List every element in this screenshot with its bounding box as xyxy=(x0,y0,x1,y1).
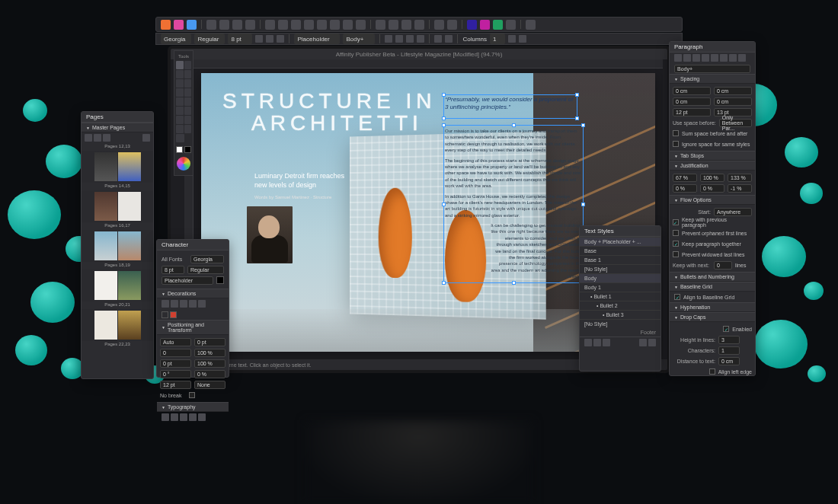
char-style-select[interactable]: Body+ xyxy=(343,33,375,44)
paragraph-panel-title[interactable]: Paragraph xyxy=(670,42,755,53)
style-delete-icon[interactable] xyxy=(639,339,647,346)
pen-tool[interactable] xyxy=(184,79,192,88)
para-justify-all-icon[interactable] xyxy=(729,54,737,62)
first-indent-input[interactable]: 0 cm xyxy=(673,97,711,106)
last-indent-input[interactable]: 0 cm xyxy=(714,97,752,106)
scale-h-input[interactable]: 100 % xyxy=(194,349,225,357)
arrange-front-icon[interactable] xyxy=(245,20,255,30)
snap-icon[interactable] xyxy=(434,20,444,30)
keep-prev-check[interactable] xyxy=(673,219,679,225)
scale-v-input[interactable]: 100 % xyxy=(194,359,225,368)
text-align-center-icon[interactable] xyxy=(395,35,403,43)
artistic-text-tool[interactable] xyxy=(184,70,192,78)
list-bullet-icon[interactable] xyxy=(434,35,442,43)
char-font-select[interactable]: Georgia xyxy=(190,255,224,263)
page-options-icon[interactable] xyxy=(142,134,150,142)
italic-icon[interactable] xyxy=(266,35,273,43)
fill-stroke-swatches[interactable] xyxy=(176,146,191,153)
char-color-swatch[interactable] xyxy=(216,276,224,284)
text-style-body[interactable]: Body xyxy=(580,273,660,282)
caps-icon[interactable] xyxy=(171,413,178,421)
place-image-tool[interactable] xyxy=(176,107,184,115)
sum-space-check[interactable] xyxy=(673,130,679,136)
rotate-ccw-icon[interactable] xyxy=(401,20,411,30)
justification-header[interactable]: Justification xyxy=(670,161,755,171)
character-panel-title[interactable]: Character xyxy=(157,240,229,250)
bullets-header[interactable]: Bullets and Numbering xyxy=(670,272,755,282)
subscript-btn[interactable] xyxy=(198,300,206,308)
just-lmax-input[interactable]: -1 % xyxy=(728,184,752,193)
color-wheel-icon[interactable] xyxy=(177,157,190,171)
ellipse-tool[interactable] xyxy=(184,88,192,97)
text-style-nostyle1[interactable]: [No Style] xyxy=(580,264,660,273)
vector-crop-tool[interactable] xyxy=(184,107,192,115)
tracking-input[interactable]: 0 xyxy=(160,349,191,357)
height-lines-input[interactable]: 3 xyxy=(718,336,740,344)
flow-header[interactable]: Flow Options xyxy=(670,195,755,205)
persona-photo-icon[interactable] xyxy=(187,20,197,30)
arrange-back-icon[interactable] xyxy=(206,20,216,30)
baseline-icon[interactable] xyxy=(493,20,503,30)
strikethrough-btn[interactable] xyxy=(180,300,187,308)
font-size-select[interactable]: 8 pt xyxy=(228,33,252,44)
dropcaps-enabled-check[interactable] xyxy=(723,326,729,332)
use-space-select[interactable]: Only Between Par... xyxy=(719,119,752,127)
decoration-red-swatch[interactable] xyxy=(170,311,177,318)
pages-panel-title[interactable]: Pages xyxy=(82,112,153,123)
persona-publisher-icon[interactable] xyxy=(161,20,171,30)
style-menu-icon[interactable] xyxy=(648,339,656,346)
page-thumb-0[interactable] xyxy=(82,151,153,183)
decorations-header[interactable]: Decorations xyxy=(157,289,229,298)
just-opt-input[interactable]: 100 % xyxy=(700,174,724,182)
super-icon[interactable] xyxy=(189,413,197,421)
sub-icon[interactable] xyxy=(198,413,206,421)
byline-text[interactable]: Words by Samuel Martinez · Structure xyxy=(254,195,331,199)
char-style-input[interactable]: Regular xyxy=(187,266,224,274)
text-wrap-icon[interactable] xyxy=(508,35,516,43)
para-justify-right-icon[interactable] xyxy=(720,54,728,62)
table-tool[interactable] xyxy=(176,79,184,88)
page-thumb-4[interactable] xyxy=(82,309,153,341)
body-text-frame[interactable]: Our mission is to take our clients on a … xyxy=(445,128,582,284)
subheadline-text[interactable]: Luminary Detroit firm reaches new levels… xyxy=(254,172,353,190)
preflight-icon[interactable] xyxy=(467,20,477,30)
text-style-bullet2[interactable]: • Bullet 2 xyxy=(580,301,660,310)
underline-icon[interactable] xyxy=(277,35,284,43)
char-charstyle-input[interactable]: Placeholder xyxy=(162,276,213,285)
para-align-center-icon[interactable] xyxy=(683,54,691,62)
bold-icon[interactable] xyxy=(255,35,263,43)
para-style-select[interactable]: Body+ xyxy=(674,65,750,73)
flip-h-icon[interactable] xyxy=(376,20,385,30)
master-pages-header[interactable]: Master Pages xyxy=(82,123,153,132)
just-lmin-input[interactable]: 0 % xyxy=(673,184,697,193)
ruler-horizontal[interactable] xyxy=(194,59,663,69)
font-style-select[interactable]: Regular xyxy=(194,33,225,44)
just-lopt-input[interactable]: 0 % xyxy=(700,184,724,193)
list-number-icon[interactable] xyxy=(445,35,453,43)
leading-input[interactable]: 12 pt xyxy=(673,108,711,116)
page-thumb-1[interactable] xyxy=(82,190,153,222)
spacing-header[interactable]: Spacing xyxy=(670,74,755,84)
keep-together-check[interactable] xyxy=(673,241,679,247)
toggle-ui-icon[interactable] xyxy=(506,20,516,30)
text-style-nostyle2[interactable]: [No Style] xyxy=(580,319,660,328)
right-indent-input[interactable]: 0 cm xyxy=(714,87,752,95)
style-add-char-icon[interactable] xyxy=(593,339,601,346)
decoration-none-swatch[interactable] xyxy=(162,311,168,318)
duplicate-page-icon[interactable] xyxy=(94,134,101,142)
para-align-right-icon[interactable] xyxy=(692,54,700,62)
pullquote-text[interactable]: “Presumably, we would consider a propone… xyxy=(445,96,574,112)
baseline-header[interactable]: Baseline Grid xyxy=(670,282,755,292)
dropcaps-header[interactable]: Drop Caps xyxy=(670,312,755,322)
style-add-group-icon[interactable] xyxy=(603,339,610,346)
ligatures-icon[interactable] xyxy=(162,413,169,421)
text-align-left-icon[interactable] xyxy=(385,35,392,43)
align-right-icon[interactable] xyxy=(291,20,301,30)
lang-select[interactable]: None xyxy=(194,381,225,389)
text-style-bullet3[interactable]: • Bullet 3 xyxy=(580,310,660,319)
author-portrait[interactable] xyxy=(247,206,293,263)
account-icon[interactable] xyxy=(526,20,536,30)
flip-v-icon[interactable] xyxy=(389,20,398,30)
tabstops-header[interactable]: Tab Stops xyxy=(670,151,755,161)
ignore-space-check[interactable] xyxy=(673,141,679,147)
